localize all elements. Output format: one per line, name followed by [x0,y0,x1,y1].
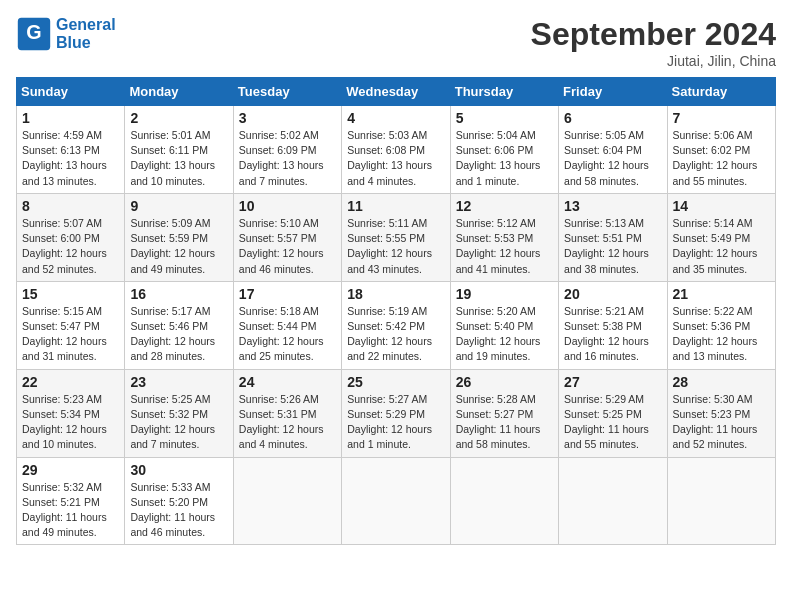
calendar-cell: 27Sunrise: 5:29 AM Sunset: 5:25 PM Dayli… [559,369,667,457]
day-info: Sunrise: 5:33 AM Sunset: 5:20 PM Dayligh… [130,480,227,541]
calendar-cell [450,457,558,545]
calendar-week-row: 15Sunrise: 5:15 AM Sunset: 5:47 PM Dayli… [17,281,776,369]
calendar-cell: 12Sunrise: 5:12 AM Sunset: 5:53 PM Dayli… [450,193,558,281]
day-info: Sunrise: 5:20 AM Sunset: 5:40 PM Dayligh… [456,304,553,365]
calendar-cell: 18Sunrise: 5:19 AM Sunset: 5:42 PM Dayli… [342,281,450,369]
calendar-cell: 25Sunrise: 5:27 AM Sunset: 5:29 PM Dayli… [342,369,450,457]
day-number: 5 [456,110,553,126]
day-info: Sunrise: 5:18 AM Sunset: 5:44 PM Dayligh… [239,304,336,365]
day-number: 23 [130,374,227,390]
day-info: Sunrise: 5:29 AM Sunset: 5:25 PM Dayligh… [564,392,661,453]
weekday-header-friday: Friday [559,78,667,106]
calendar-cell: 1Sunrise: 4:59 AM Sunset: 6:13 PM Daylig… [17,106,125,194]
day-number: 1 [22,110,119,126]
logo-text: General Blue [56,16,116,51]
day-info: Sunrise: 5:14 AM Sunset: 5:49 PM Dayligh… [673,216,770,277]
title-area: September 2024 Jiutai, Jilin, China [531,16,776,69]
day-info: Sunrise: 5:11 AM Sunset: 5:55 PM Dayligh… [347,216,444,277]
calendar-cell: 29Sunrise: 5:32 AM Sunset: 5:21 PM Dayli… [17,457,125,545]
calendar-table: SundayMondayTuesdayWednesdayThursdayFrid… [16,77,776,545]
calendar-cell: 21Sunrise: 5:22 AM Sunset: 5:36 PM Dayli… [667,281,775,369]
calendar-cell: 30Sunrise: 5:33 AM Sunset: 5:20 PM Dayli… [125,457,233,545]
weekday-header-row: SundayMondayTuesdayWednesdayThursdayFrid… [17,78,776,106]
calendar-cell: 19Sunrise: 5:20 AM Sunset: 5:40 PM Dayli… [450,281,558,369]
calendar-cell: 2Sunrise: 5:01 AM Sunset: 6:11 PM Daylig… [125,106,233,194]
calendar-cell: 20Sunrise: 5:21 AM Sunset: 5:38 PM Dayli… [559,281,667,369]
day-info: Sunrise: 5:06 AM Sunset: 6:02 PM Dayligh… [673,128,770,189]
day-info: Sunrise: 5:32 AM Sunset: 5:21 PM Dayligh… [22,480,119,541]
day-number: 19 [456,286,553,302]
day-number: 9 [130,198,227,214]
day-info: Sunrise: 5:12 AM Sunset: 5:53 PM Dayligh… [456,216,553,277]
day-number: 6 [564,110,661,126]
day-number: 14 [673,198,770,214]
calendar-cell: 4Sunrise: 5:03 AM Sunset: 6:08 PM Daylig… [342,106,450,194]
logo: G General Blue [16,16,116,52]
calendar-cell: 5Sunrise: 5:04 AM Sunset: 6:06 PM Daylig… [450,106,558,194]
day-info: Sunrise: 5:19 AM Sunset: 5:42 PM Dayligh… [347,304,444,365]
calendar-cell: 23Sunrise: 5:25 AM Sunset: 5:32 PM Dayli… [125,369,233,457]
day-number: 8 [22,198,119,214]
calendar-cell: 26Sunrise: 5:28 AM Sunset: 5:27 PM Dayli… [450,369,558,457]
calendar-cell: 7Sunrise: 5:06 AM Sunset: 6:02 PM Daylig… [667,106,775,194]
page-header: G General Blue September 2024 Jiutai, Ji… [16,16,776,69]
day-info: Sunrise: 5:23 AM Sunset: 5:34 PM Dayligh… [22,392,119,453]
day-number: 20 [564,286,661,302]
calendar-week-row: 8Sunrise: 5:07 AM Sunset: 6:00 PM Daylig… [17,193,776,281]
day-info: Sunrise: 5:30 AM Sunset: 5:23 PM Dayligh… [673,392,770,453]
calendar-cell: 6Sunrise: 5:05 AM Sunset: 6:04 PM Daylig… [559,106,667,194]
day-number: 26 [456,374,553,390]
day-info: Sunrise: 5:07 AM Sunset: 6:00 PM Dayligh… [22,216,119,277]
day-number: 28 [673,374,770,390]
weekday-header-saturday: Saturday [667,78,775,106]
calendar-cell [233,457,341,545]
day-number: 11 [347,198,444,214]
day-info: Sunrise: 5:27 AM Sunset: 5:29 PM Dayligh… [347,392,444,453]
day-info: Sunrise: 5:09 AM Sunset: 5:59 PM Dayligh… [130,216,227,277]
calendar-cell: 17Sunrise: 5:18 AM Sunset: 5:44 PM Dayli… [233,281,341,369]
day-info: Sunrise: 5:25 AM Sunset: 5:32 PM Dayligh… [130,392,227,453]
day-number: 21 [673,286,770,302]
day-info: Sunrise: 5:26 AM Sunset: 5:31 PM Dayligh… [239,392,336,453]
calendar-cell: 14Sunrise: 5:14 AM Sunset: 5:49 PM Dayli… [667,193,775,281]
location: Jiutai, Jilin, China [531,53,776,69]
weekday-header-sunday: Sunday [17,78,125,106]
calendar-cell [559,457,667,545]
day-info: Sunrise: 5:21 AM Sunset: 5:38 PM Dayligh… [564,304,661,365]
day-number: 18 [347,286,444,302]
day-number: 27 [564,374,661,390]
day-number: 4 [347,110,444,126]
day-number: 2 [130,110,227,126]
calendar-cell: 10Sunrise: 5:10 AM Sunset: 5:57 PM Dayli… [233,193,341,281]
day-info: Sunrise: 5:04 AM Sunset: 6:06 PM Dayligh… [456,128,553,189]
calendar-week-row: 22Sunrise: 5:23 AM Sunset: 5:34 PM Dayli… [17,369,776,457]
calendar-week-row: 1Sunrise: 4:59 AM Sunset: 6:13 PM Daylig… [17,106,776,194]
day-info: Sunrise: 5:15 AM Sunset: 5:47 PM Dayligh… [22,304,119,365]
day-number: 3 [239,110,336,126]
day-number: 22 [22,374,119,390]
day-number: 30 [130,462,227,478]
day-info: Sunrise: 5:02 AM Sunset: 6:09 PM Dayligh… [239,128,336,189]
calendar-cell: 13Sunrise: 5:13 AM Sunset: 5:51 PM Dayli… [559,193,667,281]
calendar-week-row: 29Sunrise: 5:32 AM Sunset: 5:21 PM Dayli… [17,457,776,545]
calendar-cell: 8Sunrise: 5:07 AM Sunset: 6:00 PM Daylig… [17,193,125,281]
day-number: 12 [456,198,553,214]
day-number: 25 [347,374,444,390]
calendar-cell: 22Sunrise: 5:23 AM Sunset: 5:34 PM Dayli… [17,369,125,457]
day-info: Sunrise: 5:10 AM Sunset: 5:57 PM Dayligh… [239,216,336,277]
calendar-cell: 3Sunrise: 5:02 AM Sunset: 6:09 PM Daylig… [233,106,341,194]
calendar-cell: 11Sunrise: 5:11 AM Sunset: 5:55 PM Dayli… [342,193,450,281]
day-number: 16 [130,286,227,302]
weekday-header-wednesday: Wednesday [342,78,450,106]
calendar-cell [342,457,450,545]
day-info: Sunrise: 5:13 AM Sunset: 5:51 PM Dayligh… [564,216,661,277]
svg-text:G: G [26,21,41,43]
day-info: Sunrise: 5:03 AM Sunset: 6:08 PM Dayligh… [347,128,444,189]
weekday-header-monday: Monday [125,78,233,106]
day-info: Sunrise: 5:28 AM Sunset: 5:27 PM Dayligh… [456,392,553,453]
logo-icon: G [16,16,52,52]
calendar-cell: 16Sunrise: 5:17 AM Sunset: 5:46 PM Dayli… [125,281,233,369]
calendar-cell [667,457,775,545]
day-number: 10 [239,198,336,214]
day-number: 17 [239,286,336,302]
